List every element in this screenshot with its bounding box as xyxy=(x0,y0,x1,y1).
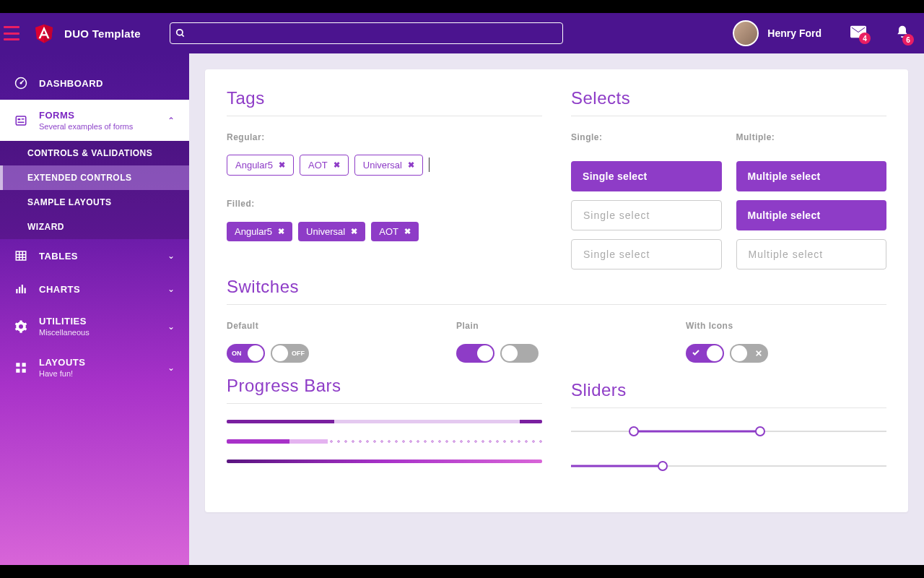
angular-logo-icon xyxy=(32,21,56,46)
switch-off[interactable]: OFF xyxy=(271,344,309,363)
sidebar-item-forms[interactable]: FORMSSeveral examples of forms ⌃ xyxy=(0,100,189,141)
bell-icon[interactable]: 6 xyxy=(895,24,910,43)
tags-title: Tags xyxy=(227,88,542,108)
brand-title: DUO Template xyxy=(64,27,141,40)
chevron-down-icon: ⌄ xyxy=(167,322,175,332)
check-icon xyxy=(692,347,700,360)
sidebar-item-label: UTILITIES xyxy=(39,316,167,327)
svg-rect-10 xyxy=(16,251,26,260)
tag-item[interactable]: Angular5✖ xyxy=(227,155,294,176)
content-area: Tags Regular: Angular5✖ AOT✖ Universal✖ … xyxy=(189,53,924,565)
hamburger-icon[interactable] xyxy=(4,26,19,40)
search-container xyxy=(170,22,563,44)
tag-item[interactable]: AOT✖ xyxy=(300,155,349,176)
close-icon[interactable]: ✖ xyxy=(404,227,411,236)
range-slider[interactable] xyxy=(571,424,886,439)
close-icon[interactable]: ✖ xyxy=(408,160,414,170)
plain-label: Plain xyxy=(456,321,657,331)
avatar[interactable] xyxy=(733,20,759,46)
sidebar: DASHBOARD FORMSSeveral examples of forms… xyxy=(0,53,189,565)
switch-on[interactable]: ON xyxy=(227,344,265,363)
selects-title: Selects xyxy=(571,88,886,108)
sidebar-item-label: FORMS xyxy=(39,110,167,121)
chevron-down-icon: ⌄ xyxy=(167,284,175,294)
mail-icon[interactable]: 4 xyxy=(850,25,866,41)
progress-bar-2 xyxy=(227,439,542,444)
svg-rect-19 xyxy=(16,363,19,366)
svg-rect-15 xyxy=(16,289,17,293)
tag-item[interactable]: AOT✖ xyxy=(371,222,419,241)
svg-rect-20 xyxy=(22,363,26,366)
chevron-down-icon: ⌄ xyxy=(167,363,175,373)
username[interactable]: Henry Ford xyxy=(767,27,821,39)
tag-input-cursor[interactable] xyxy=(429,158,430,172)
gear-icon xyxy=(14,320,29,333)
multiple-select[interactable]: Multiple select xyxy=(736,161,887,191)
single-slider[interactable] xyxy=(571,459,886,473)
mail-badge: 4 xyxy=(859,33,871,44)
top-bar: DUO Template Henry Ford 4 6 xyxy=(0,13,924,53)
switch-icon-off[interactable] xyxy=(730,344,768,363)
svg-rect-16 xyxy=(19,287,20,293)
sidebar-sub-wizard[interactable]: WIZARD xyxy=(0,215,189,239)
svg-marker-1 xyxy=(44,25,53,43)
tables-icon xyxy=(14,249,29,262)
search-input[interactable] xyxy=(170,22,563,44)
sidebar-item-layouts[interactable]: LAYOUTSHave fun! ⌄ xyxy=(0,347,189,388)
single-select[interactable]: Single select xyxy=(571,161,722,191)
tag-item[interactable]: Universal✖ xyxy=(298,222,365,241)
sliders-title: Sliders xyxy=(571,380,886,400)
forms-icon xyxy=(14,114,29,127)
sidebar-item-charts[interactable]: CHARTS ⌄ xyxy=(0,272,189,306)
dashboard-icon xyxy=(14,77,29,90)
tag-item[interactable]: Universal✖ xyxy=(354,155,423,176)
multiple-select[interactable]: Multiple select xyxy=(736,239,887,269)
sidebar-item-dashboard[interactable]: DASHBOARD xyxy=(0,66,189,100)
close-icon[interactable]: ✖ xyxy=(279,160,285,170)
sidebar-item-label: TABLES xyxy=(39,251,167,262)
sidebar-sub-controls[interactable]: CONTROLS & VALIDATIONS xyxy=(0,141,189,165)
grid-icon xyxy=(14,361,29,374)
svg-rect-22 xyxy=(22,368,26,372)
slider-thumb-high[interactable] xyxy=(755,426,765,436)
svg-rect-6 xyxy=(16,116,26,125)
chevron-up-icon: ⌃ xyxy=(167,116,175,126)
sidebar-item-sublabel: Miscellaneous xyxy=(39,328,167,337)
icons-label: With Icons xyxy=(686,321,886,331)
chevron-down-icon: ⌄ xyxy=(167,251,175,261)
svg-point-5 xyxy=(20,82,22,85)
sidebar-item-sublabel: Several examples of forms xyxy=(39,122,167,131)
sidebar-sub-extended[interactable]: EXTENDED CONTROLS xyxy=(0,165,189,190)
multiple-label: Multiple: xyxy=(736,132,887,142)
single-label: Single: xyxy=(571,132,722,142)
sidebar-item-tables[interactable]: TABLES ⌄ xyxy=(0,239,189,272)
single-select[interactable]: Single select xyxy=(571,200,722,230)
svg-rect-18 xyxy=(25,288,26,294)
svg-rect-21 xyxy=(16,368,19,372)
single-select[interactable]: Single select xyxy=(571,239,722,269)
sidebar-sub-layouts[interactable]: SAMPLE LAYOUTS xyxy=(0,190,189,215)
close-icon[interactable]: ✖ xyxy=(334,160,340,170)
slider-thumb-low[interactable] xyxy=(629,426,639,436)
svg-line-3 xyxy=(182,35,184,37)
multiple-select[interactable]: Multiple select xyxy=(736,200,887,230)
close-icon[interactable]: ✖ xyxy=(278,227,284,236)
switch-icon-on[interactable] xyxy=(686,344,724,363)
sidebar-item-sublabel: Have fun! xyxy=(39,369,167,378)
svg-point-2 xyxy=(177,30,183,35)
slider-thumb[interactable] xyxy=(658,461,668,471)
sidebar-item-label: LAYOUTS xyxy=(39,357,167,368)
sidebar-item-utilities[interactable]: UTILITIESMiscellaneous ⌄ xyxy=(0,306,189,347)
progress-title: Progress Bars xyxy=(227,376,542,396)
close-icon xyxy=(755,347,762,360)
filled-label: Filled: xyxy=(227,199,542,209)
switch-plain-on[interactable] xyxy=(456,344,494,363)
svg-rect-17 xyxy=(22,285,23,293)
progress-bar-1 xyxy=(227,420,542,423)
tag-item[interactable]: Angular5✖ xyxy=(227,222,292,241)
progress-bar-3 xyxy=(227,460,542,463)
switch-plain-off[interactable] xyxy=(500,344,539,363)
close-icon[interactable]: ✖ xyxy=(351,227,357,236)
search-icon xyxy=(175,28,186,38)
bell-badge: 6 xyxy=(902,34,914,46)
